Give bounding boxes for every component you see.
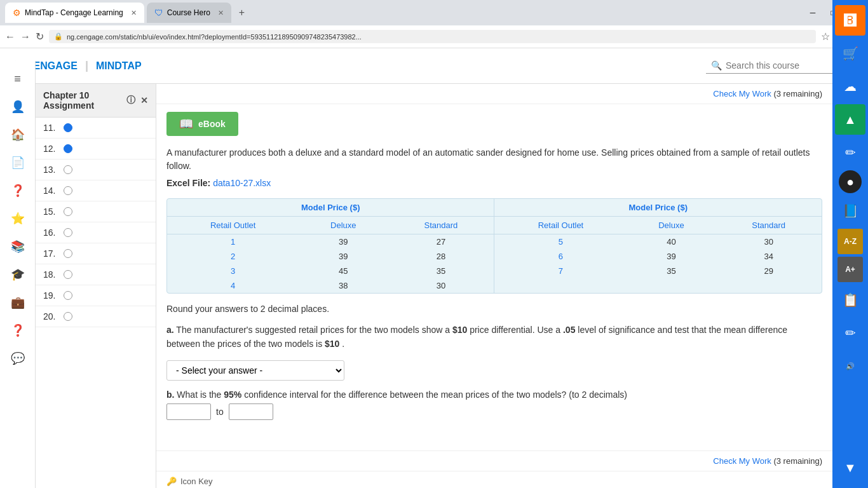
question-a-price2: $10: [325, 339, 339, 349]
standard-price-2: 30: [715, 234, 822, 250]
book-icon[interactable]: 📘: [835, 196, 865, 226]
to-text: to: [216, 407, 224, 417]
tab-coursehero-label: Course Hero: [167, 8, 210, 17]
search-icon: 🔍: [711, 60, 722, 71]
remaining-top: (3 remaining): [773, 89, 822, 98]
question-item-19[interactable]: 19.: [36, 285, 156, 306]
check-my-work-top-link[interactable]: Check My Work: [713, 89, 771, 98]
cart-icon[interactable]: 🛒: [835, 38, 865, 69]
tab-mindtap[interactable]: ⚙ MindTap - Cengage Learning ✕: [5, 3, 144, 23]
tab-coursehero[interactable]: 🛡 Course Hero ✕: [147, 3, 231, 23]
question-a-end: .: [342, 339, 344, 349]
bongo-icon[interactable]: 🅱: [835, 5, 865, 36]
mindtap-text: MINDTAP: [96, 60, 142, 72]
ebook-section: 📖 eBook: [156, 104, 832, 141]
excel-file-link[interactable]: data10-27.xlsx: [213, 178, 271, 188]
standard-price-1: 35: [388, 264, 494, 278]
check-my-work-bottom-link[interactable]: Check My Work: [713, 456, 771, 466]
retail-outlet-1: 3: [167, 264, 299, 278]
q-status-17: [64, 249, 72, 258]
table-row: 2 39 28 6 39 34: [167, 249, 822, 264]
new-tab-button[interactable]: +: [234, 3, 250, 23]
standard-price-2: 34: [715, 249, 822, 264]
aplus-icon[interactable]: A+: [837, 257, 863, 282]
table-header-group1: Model Price ($): [167, 199, 494, 217]
question-item-13[interactable]: 13.: [36, 159, 156, 180]
question-item-14[interactable]: 14.: [36, 180, 156, 201]
question-item-15[interactable]: 15.: [36, 201, 156, 222]
excel-file-section: Excel File: data10-27.xlsx: [156, 175, 832, 193]
excel-label: Excel File:: [166, 178, 210, 188]
search-input[interactable]: [726, 60, 827, 71]
question-a-sig: .05: [563, 325, 575, 335]
lock-icon: 🔒: [54, 32, 63, 41]
col-retail2-header: Retail Outlet: [494, 217, 627, 234]
refresh-button[interactable]: ↻: [36, 30, 44, 43]
tab-mindtap-close[interactable]: ✕: [131, 9, 137, 17]
address-bar[interactable]: 🔒 ng.cengage.com/static/nb/ui/evo/index.…: [49, 30, 816, 43]
app-header: ✦ CENGAGE | MINDTAP 🔍 ?: [0, 48, 868, 84]
ebook-button[interactable]: 📖 eBook: [166, 112, 238, 136]
retail-outlet-1: 4: [167, 278, 299, 293]
cloud-icon[interactable]: ☁: [835, 71, 865, 102]
browser-chrome: ⚙ MindTap - Cengage Learning ✕ 🛡 Course …: [0, 0, 868, 25]
q-status-16: [64, 228, 72, 237]
table-row: 4 38 30: [167, 278, 822, 293]
tab-coursehero-close[interactable]: ✕: [218, 9, 224, 17]
deluxe-price-2: 35: [627, 264, 715, 278]
info-icon[interactable]: ⓘ: [126, 95, 135, 106]
q-status-14: [64, 186, 72, 195]
col-deluxe2-header: Deluxe: [627, 217, 715, 234]
question-a-label: a.: [166, 325, 174, 335]
search-box[interactable]: 🔍: [706, 58, 832, 74]
bookmark-icon[interactable]: ☆: [821, 30, 830, 43]
minimize-button[interactable]: ─: [803, 6, 822, 19]
round-note-text: Round your answers to 2 decimal places.: [166, 304, 329, 314]
close-panel-icon[interactable]: ✕: [140, 95, 148, 105]
q-status-15: [64, 207, 72, 216]
question-item-20[interactable]: 20.: [36, 306, 156, 327]
deluxe-price-1: 39: [299, 234, 388, 250]
data-table-container: Model Price ($) Model Price ($) Retail O…: [166, 198, 822, 294]
question-item-18[interactable]: 18.: [36, 264, 156, 285]
icon-key-label: Icon Key: [180, 477, 213, 486]
az-icon[interactable]: A-Z: [837, 229, 863, 254]
retail-outlet-2: 5: [494, 234, 627, 250]
record-icon[interactable]: ●: [839, 170, 862, 193]
standard-price-1: 28: [388, 249, 494, 264]
confidence-interval-from[interactable]: [166, 403, 211, 420]
confidence-interval-to[interactable]: [229, 403, 273, 420]
audio-icon[interactable]: 🔊: [835, 351, 865, 381]
drive-icon[interactable]: ▲: [835, 104, 865, 135]
question-item-16[interactable]: 16.: [36, 222, 156, 243]
remaining-bottom: (3 remaining): [773, 456, 822, 466]
chapter-panel: Chapter 10 Assignment ⓘ ✕ 11. 12. 13. 14…: [36, 84, 156, 488]
deluxe-price-2: 39: [627, 249, 715, 264]
retail-outlet-2: [494, 278, 627, 293]
standard-price-2: 29: [715, 264, 822, 278]
round-note: Round your answers to 2 decimal places.: [156, 299, 832, 319]
q-status-12: [64, 144, 72, 153]
back-button[interactable]: ←: [5, 31, 15, 43]
url-text: ng.cengage.com/static/nb/ui/evo/index.ht…: [67, 33, 362, 41]
question-b-label: b.: [166, 390, 174, 400]
question-b-confidence: 95%: [224, 390, 241, 400]
question-list: 11. 12. 13. 14. 15. 16.: [36, 118, 156, 327]
pencil-icon[interactable]: ✏: [835, 137, 865, 168]
answer-select[interactable]: - Select your answer -Do not reject H0Re…: [166, 360, 344, 381]
logo-separator: |: [85, 59, 88, 72]
question-item-11[interactable]: 11.: [36, 118, 156, 139]
notes-icon[interactable]: 📋: [835, 285, 865, 315]
chevron-down-icon[interactable]: ▼: [835, 452, 865, 483]
edit-icon[interactable]: ✏: [835, 318, 865, 348]
question-item-17[interactable]: 17.: [36, 243, 156, 264]
select-wrapper: - Select your answer -Do not reject H0Re…: [166, 360, 822, 381]
q-status-13: [64, 165, 72, 174]
chapter-title: Chapter 10 Assignment ⓘ ✕: [36, 84, 156, 118]
table-row: 1 39 27 5 40 30: [167, 234, 822, 250]
forward-button[interactable]: →: [20, 31, 31, 43]
question-item-12[interactable]: 12.: [36, 139, 156, 159]
q-status-11: [64, 123, 72, 132]
key-icon: 🔑: [166, 477, 177, 486]
retail-outlet-2: 7: [494, 264, 627, 278]
